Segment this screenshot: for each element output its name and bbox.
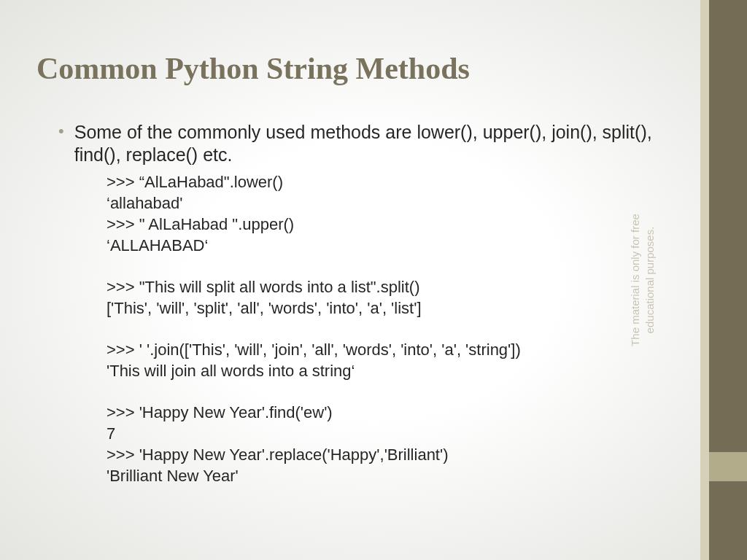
side-text-line: The material is only for free <box>628 185 643 375</box>
side-text: The material is only for free educationa… <box>628 185 657 375</box>
code-line: >>> 'Happy New Year'.replace('Happy','Br… <box>107 444 664 465</box>
bullet-marker: • <box>58 121 64 141</box>
side-text-line: educational purposes. <box>642 185 657 375</box>
code-line: >>> ' '.join(['This', 'will', 'join', 'a… <box>107 339 664 360</box>
side-band-light <box>700 0 709 560</box>
code-line: 'This will join all words into a string‘ <box>107 360 664 381</box>
blank-line <box>107 319 664 339</box>
code-block: >>> “AlLaHabad".lower() ‘allahabad' >>> … <box>107 171 664 486</box>
code-line: >>> 'Happy New Year'.find('ew') <box>107 402 664 423</box>
bullet-item: • Some of the commonly used methods are … <box>58 121 664 167</box>
code-line: 7 <box>107 423 664 444</box>
code-line: ‘allahabad' <box>107 192 664 214</box>
code-line: ‘ALLAHABAD‘ <box>107 235 664 256</box>
side-accent-block <box>709 452 747 481</box>
bullet-text: Some of the commonly used methods are lo… <box>74 121 664 167</box>
code-line: ['This', 'will', 'split', 'all', 'words'… <box>107 298 664 319</box>
side-band: The material is only for free educationa… <box>700 0 747 560</box>
slide-title: Common Python String Methods <box>36 51 664 86</box>
slide-content: Common Python String Methods • Some of t… <box>0 0 700 560</box>
code-line: >>> “AlLaHabad".lower() <box>107 171 664 192</box>
code-line: >>> "This will split all words into a li… <box>107 276 664 298</box>
blank-line <box>107 381 664 402</box>
side-band-dark: The material is only for free educationa… <box>709 0 747 560</box>
blank-line <box>107 256 664 276</box>
code-line: 'Brilliant New Year' <box>107 465 664 486</box>
code-line: >>> " AlLaHabad ".upper() <box>107 214 664 235</box>
